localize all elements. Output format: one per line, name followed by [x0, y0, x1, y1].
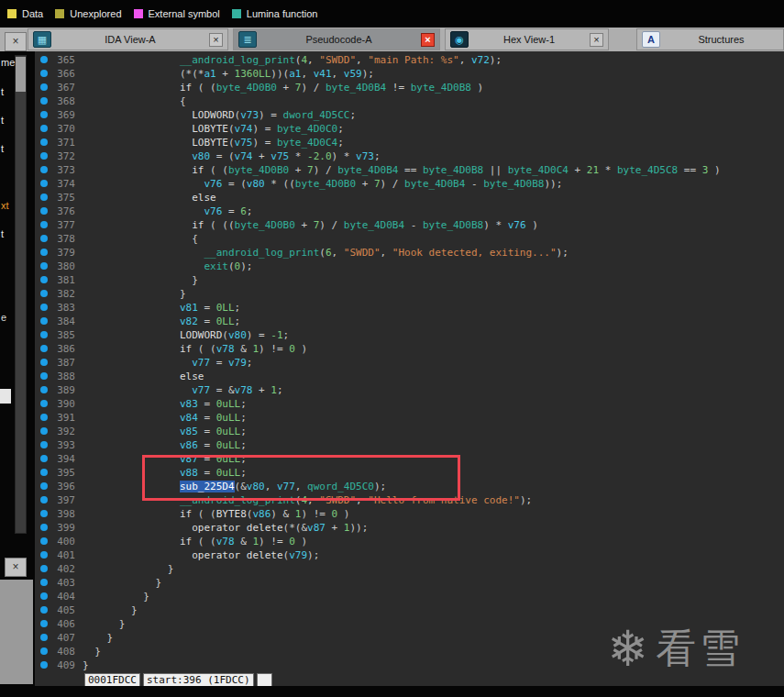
- tab-close-button[interactable]: ×: [209, 33, 223, 47]
- code-line-368[interactable]: 368 {: [35, 94, 784, 108]
- line-text[interactable]: v77 = v79;: [83, 356, 784, 370]
- line-text[interactable]: else: [83, 191, 784, 205]
- line-text[interactable]: __android_log_print(4, "SWDD", "main Pat…: [83, 53, 784, 67]
- code-line-365[interactable]: 365 __android_log_print(4, "SWDD", "main…: [35, 53, 784, 67]
- code-line-385[interactable]: 385 LODWORD(v80) = -1;: [35, 328, 784, 342]
- line-text[interactable]: v85 = 0uLL;: [83, 425, 784, 438]
- code-line-374[interactable]: 374 v76 = (v80 * ((byte_4D0B0 + 7) / byt…: [35, 177, 784, 191]
- left-panel-selected-item[interactable]: [0, 389, 11, 404]
- code-line-371[interactable]: 371 LOBYTE(v75) = byte_4D0C4;: [35, 136, 784, 149]
- line-marker-dot[interactable]: [40, 262, 48, 270]
- line-text[interactable]: if ( (byte_4D0B0 + 7) / byte_4D0B4 != by…: [83, 81, 784, 94]
- code-line-372[interactable]: 372 v80 = (v74 + v75 * -2.0) * v73;: [35, 149, 784, 163]
- code-line-380[interactable]: 380 exit(0);: [35, 260, 784, 273]
- code-line-401[interactable]: 401 operator delete(v79);: [35, 548, 784, 562]
- line-text[interactable]: __android_log_print(6, "SWDD", "Hook det…: [83, 246, 784, 260]
- code-line-382[interactable]: 382 }: [35, 287, 784, 301]
- pseudocode-panel[interactable]: 365 __android_log_print(4, "SWDD", "main…: [35, 51, 784, 686]
- line-text[interactable]: else: [83, 370, 784, 383]
- tab-close-button[interactable]: ×: [421, 33, 435, 47]
- line-marker-dot[interactable]: [40, 414, 48, 421]
- line-marker-dot[interactable]: [40, 249, 48, 256]
- code-line-393[interactable]: 393 v86 = 0uLL;: [35, 438, 784, 452]
- line-marker-dot[interactable]: [40, 551, 48, 559]
- code-line-366[interactable]: 366 (*(*a1 + 1360LL))(a1, v41, v59);: [35, 67, 784, 81]
- line-marker-dot[interactable]: [40, 152, 48, 160]
- line-text[interactable]: {: [83, 232, 784, 246]
- overview-navigator[interactable]: [0, 580, 33, 684]
- code-line-379[interactable]: 379 __android_log_print(6, "SWDD", "Hook…: [35, 246, 784, 260]
- line-text[interactable]: v86 = 0uLL;: [83, 438, 784, 452]
- line-text[interactable]: v80 = (v74 + v75 * -2.0) * v73;: [83, 149, 784, 163]
- line-text[interactable]: LODWORD(v80) = -1;: [83, 328, 784, 342]
- tab-close-button[interactable]: ×: [590, 33, 603, 47]
- line-marker-dot[interactable]: [40, 592, 48, 600]
- code-line-378[interactable]: 378 {: [35, 232, 784, 246]
- line-text[interactable]: (*(*a1 + 1360LL))(a1, v41, v59);: [83, 67, 784, 81]
- line-marker-dot[interactable]: [40, 386, 48, 393]
- line-marker-dot[interactable]: [40, 606, 48, 614]
- line-text[interactable]: v83 = 0uLL;: [83, 397, 784, 411]
- line-text[interactable]: v76 = 6;: [83, 205, 784, 218]
- line-text[interactable]: }: [83, 287, 784, 301]
- dock-close-button[interactable]: ×: [5, 32, 27, 51]
- line-text[interactable]: if ( (BYTE8(v86) & 1) != 0 ): [83, 507, 784, 521]
- code-line-375[interactable]: 375 else: [35, 191, 784, 205]
- code-line-402[interactable]: 402 }: [35, 562, 784, 576]
- code-line-369[interactable]: 369 LODWORD(v73) = dword_4D5CC;: [35, 108, 784, 122]
- code-line-392[interactable]: 392 v85 = 0uLL;: [35, 425, 784, 438]
- line-text[interactable]: if ( (v78 & 1) != 0 ): [83, 342, 784, 356]
- code-line-405[interactable]: 405 }: [35, 603, 784, 617]
- code-line-377[interactable]: 377 if ( ((byte_4D0B0 + 7) / byte_4D0B4 …: [35, 218, 784, 232]
- line-marker-dot[interactable]: [40, 661, 48, 669]
- line-marker-dot[interactable]: [40, 331, 48, 338]
- line-marker-dot[interactable]: [40, 427, 48, 435]
- line-marker-dot[interactable]: [40, 647, 48, 655]
- line-text[interactable]: operator delete(*(&v87 + 1));: [83, 521, 784, 535]
- line-marker-dot[interactable]: [40, 83, 48, 91]
- tab-pseudocode-a[interactable]: ≣Pseudocode-A×: [233, 28, 440, 50]
- line-marker-dot[interactable]: [40, 221, 48, 228]
- dock-close-button-2[interactable]: ×: [5, 558, 27, 577]
- code-line-373[interactable]: 373 if ( (byte_4D0B0 + 7) / byte_4D0B4 =…: [35, 163, 784, 177]
- line-marker-dot[interactable]: [40, 400, 48, 407]
- line-marker-dot[interactable]: [40, 482, 48, 490]
- line-text[interactable]: }: [83, 576, 784, 590]
- code-line-370[interactable]: 370 LOBYTE(v74) = byte_4D0C0;: [35, 122, 784, 136]
- line-text[interactable]: v84 = 0uLL;: [83, 411, 784, 425]
- line-marker-dot[interactable]: [40, 317, 48, 325]
- code-line-388[interactable]: 388 else: [35, 370, 784, 383]
- line-marker-dot[interactable]: [40, 510, 48, 517]
- code-line-390[interactable]: 390 v83 = 0uLL;: [35, 397, 784, 411]
- line-marker-dot[interactable]: [40, 290, 48, 297]
- code-line-398[interactable]: 398 if ( (BYTE8(v86) & 1) != 0 ): [35, 507, 784, 521]
- line-text[interactable]: v81 = 0LL;: [83, 301, 784, 315]
- line-text[interactable]: {: [83, 94, 784, 108]
- line-text[interactable]: v77 = &v78 + 1;: [83, 383, 784, 397]
- line-marker-dot[interactable]: [40, 345, 48, 352]
- line-marker-dot[interactable]: [40, 524, 48, 531]
- line-marker-dot[interactable]: [40, 620, 48, 627]
- line-marker-dot[interactable]: [40, 207, 48, 215]
- line-marker-dot[interactable]: [40, 111, 48, 118]
- line-text[interactable]: LOBYTE(v75) = byte_4D0C4;: [83, 136, 784, 149]
- line-marker-dot[interactable]: [40, 634, 48, 641]
- line-text[interactable]: operator delete(v79);: [83, 548, 784, 562]
- line-text[interactable]: }: [83, 273, 784, 287]
- left-scrollbar-track[interactable]: [15, 55, 27, 534]
- code-line-391[interactable]: 391 v84 = 0uLL;: [35, 411, 784, 425]
- tab-hex-view-1[interactable]: ◉Hex View-1×: [445, 28, 609, 50]
- line-marker-dot[interactable]: [40, 235, 48, 242]
- left-scrollbar-thumb[interactable]: [16, 57, 26, 92]
- line-text[interactable]: if ( ((byte_4D0B0 + 7) / byte_4D0B4 - by…: [83, 218, 784, 232]
- line-text[interactable]: }: [83, 590, 784, 603]
- line-text[interactable]: v82 = 0LL;: [83, 315, 784, 328]
- code-line-389[interactable]: 389 v77 = &v78 + 1;: [35, 383, 784, 397]
- code-line-381[interactable]: 381 }: [35, 273, 784, 287]
- code-line-387[interactable]: 387 v77 = v79;: [35, 356, 784, 370]
- line-text[interactable]: }: [83, 562, 784, 576]
- line-marker-dot[interactable]: [40, 579, 48, 586]
- code-line-383[interactable]: 383 v81 = 0LL;: [35, 301, 784, 315]
- line-text[interactable]: LODWORD(v73) = dword_4D5CC;: [83, 108, 784, 122]
- line-marker-dot[interactable]: [40, 304, 48, 311]
